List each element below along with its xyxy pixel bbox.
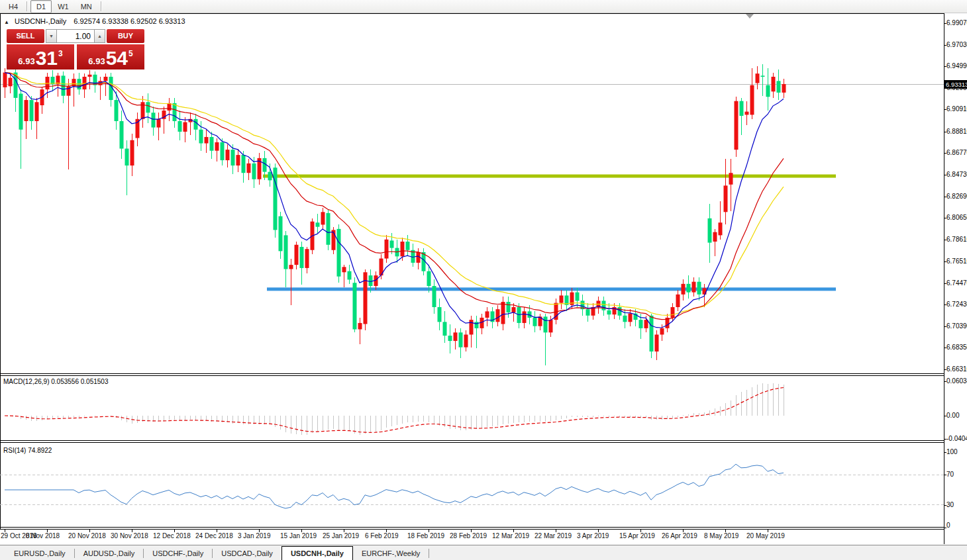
date-axis-label: 26 Apr 2019: [662, 532, 697, 539]
chart-tab-eurchf[interactable]: EURCHF-,Weekly: [353, 547, 429, 560]
timeframe-w1-button[interactable]: W1: [52, 0, 75, 13]
date-axis-label: 15 Apr 2019: [619, 532, 655, 539]
date-axis-label: 22 Mar 2019: [534, 532, 572, 539]
toolbar-separator: [26, 1, 28, 11]
buy-price-prefix: 6.93: [88, 56, 105, 66]
rsi-axis-label: 100: [946, 448, 958, 455]
toolbar-separator: [101, 1, 102, 11]
buy-price-display[interactable]: 6.93 54 5: [77, 44, 144, 70]
date-axis-label: 24 Dec 2018: [195, 532, 233, 539]
volume-down-button[interactable]: ▼: [46, 29, 57, 43]
date-axis-label: 6 Feb 2019: [365, 532, 399, 539]
macd-indicator-label: MACD(12,26,9) 0.053556 0.051503: [3, 378, 108, 385]
chart-tab-usdcad[interactable]: USDCAD-,Daily: [213, 547, 281, 560]
buy-price-main: 54: [106, 49, 128, 68]
one-click-trading-widget: SELL ▼ ▲ BUY 6.93 31 3 6.93 54 5: [7, 29, 144, 70]
chart-title: ▲ USDCNH-,Daily 6.92574 6.93338 6.92502 …: [4, 17, 185, 25]
sell-price-pip: 3: [58, 49, 63, 58]
date-axis-label: 3 Jan 2019: [238, 532, 271, 539]
chart-tab-usdcnh[interactable]: USDCNH-,Daily: [281, 546, 353, 560]
chart-symbol-label: USDCNH-,Daily: [15, 17, 66, 25]
date-axis-label: 12 Mar 2019: [492, 532, 529, 539]
buy-button[interactable]: BUY: [107, 29, 144, 43]
chart-tab-eurusd[interactable]: EURUSD-,Daily: [5, 547, 74, 560]
date-axis-label: 12 Dec 2018: [153, 532, 191, 539]
date-axis-label: 20 Nov 2018: [68, 532, 106, 539]
chart-tab-usdchf[interactable]: USDCHF-,Daily: [144, 547, 212, 560]
price-chart-canvas[interactable]: [0, 13, 967, 545]
sell-button[interactable]: SELL: [7, 29, 44, 43]
rsi-axis-label: 0: [946, 522, 950, 529]
chart-tab-audusd[interactable]: AUDUSD-,Daily: [75, 547, 144, 560]
one-click-collapse-arrow-icon[interactable]: ▲: [4, 19, 9, 25]
date-axis-label: 8 Nov 2018: [26, 532, 60, 539]
timeframe-toolbar: H4 D1 W1 MN: [0, 0, 967, 13]
volume-input[interactable]: [57, 29, 94, 43]
buy-price-pip: 5: [128, 49, 133, 58]
date-axis-label: 18 Feb 2019: [407, 532, 444, 539]
chart-tabs-bar: EURUSD-,DailyAUDUSD-,DailyUSDCHF-,DailyU…: [0, 545, 967, 560]
volume-up-button[interactable]: ▲: [94, 29, 105, 43]
rsi-axis-label: 30: [946, 501, 954, 508]
date-axis-label: 15 Jan 2019: [280, 532, 317, 539]
timeframe-d1-button[interactable]: D1: [30, 0, 52, 13]
date-axis-label: 28 Feb 2019: [450, 532, 487, 539]
date-axis[interactable]: 29 Oct 20188 Nov 201820 Nov 201830 Nov 2…: [0, 530, 944, 544]
rsi-axis: 10070300: [946, 13, 967, 545]
trading-platform-window: H4 D1 W1 MN ▲ USDCNH-,Daily 6.92574 6.93…: [0, 0, 967, 560]
tab-separator: [429, 549, 429, 558]
sell-price-display[interactable]: 6.93 31 3: [7, 44, 74, 70]
chart-shift-marker-icon: [746, 14, 754, 19]
date-axis-label: 30 Nov 2018: [111, 532, 148, 539]
date-axis-label: 3 Apr 2019: [577, 532, 609, 539]
sell-price-main: 31: [36, 49, 58, 68]
chart-area: ▲ USDCNH-,Daily 6.92574 6.93338 6.92502 …: [0, 13, 967, 545]
rsi-axis-label: 70: [946, 471, 954, 478]
sell-price-prefix: 6.93: [18, 56, 34, 66]
date-axis-label: 25 Jan 2019: [323, 532, 359, 539]
current-price-tag: 6.93313: [944, 80, 967, 89]
chart-ohlc-values: 6.92574 6.93338 6.92502 6.93313: [74, 17, 185, 25]
date-axis-label: 20 May 2019: [746, 532, 785, 539]
timeframe-h4-button[interactable]: H4: [3, 0, 24, 13]
date-axis-label: 8 May 2019: [704, 532, 738, 539]
timeframe-mn-button[interactable]: MN: [75, 0, 98, 13]
rsi-indicator-label: RSI(14) 74.8922: [3, 447, 52, 454]
